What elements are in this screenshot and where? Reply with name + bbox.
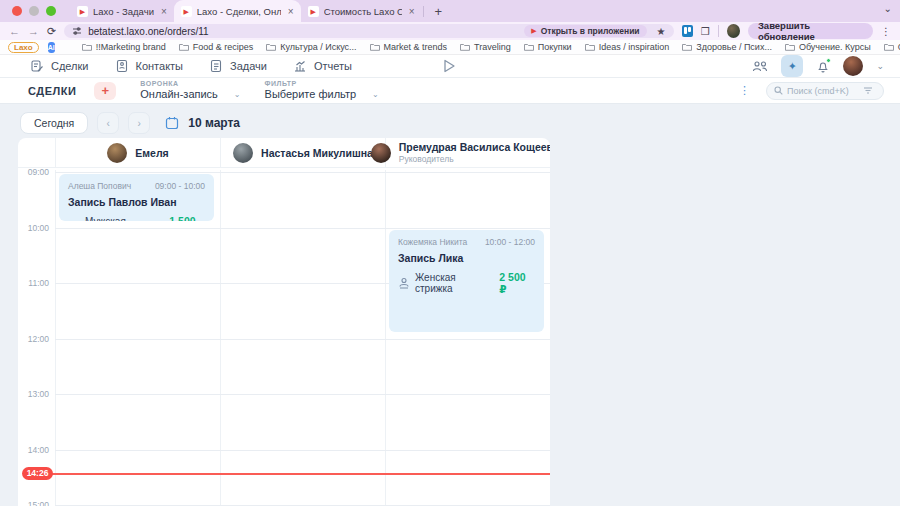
more-options-icon[interactable]: ⋮ — [739, 84, 750, 97]
event-service: Мужская стрижка — [85, 216, 164, 221]
tab-search-chevron-icon[interactable]: ⌄ — [884, 3, 892, 14]
bookmark-laxo[interactable]: Laxo — [8, 42, 39, 53]
event-service: Женская стрижка — [415, 272, 494, 294]
folder-icon — [884, 43, 894, 51]
bookmark-folder[interactable]: !!Marketing brand — [82, 42, 166, 52]
folder-icon — [179, 43, 189, 51]
current-date-label: 10 марта — [188, 116, 240, 130]
laxo-logo-icon: ▶ — [531, 27, 536, 35]
notifications-bell-icon[interactable] — [816, 59, 830, 73]
bookmark-folder[interactable]: Ideas / inspiration — [585, 42, 670, 52]
filter-funnel-icon[interactable] — [863, 86, 873, 95]
bookmark-folder[interactable]: Content - books /... — [884, 42, 900, 52]
app-navigation: Сделки Контакты Задачи Отчеты — [0, 55, 900, 78]
date-bar: Сегодня ‹ › 10 марта — [20, 111, 240, 135]
avatar — [371, 143, 391, 163]
laxo-favicon-icon: ▶ — [181, 6, 192, 17]
window-zoom-button[interactable] — [46, 6, 56, 16]
event-title: Запись Лика — [389, 247, 544, 264]
folder-icon — [266, 43, 276, 51]
staff-column-header[interactable]: Емеля — [55, 138, 220, 167]
tab-separator — [423, 6, 424, 17]
time-label: 11:00 — [18, 278, 49, 288]
extension-icon[interactable]: ❐ — [701, 26, 710, 37]
tab-close-icon[interactable]: × — [288, 6, 294, 17]
calendar-page: Сегодня ‹ › 10 марта Емеля Настасья Мику… — [0, 104, 900, 506]
bookmark-folder[interactable]: Обучение. Курсы — [785, 42, 871, 52]
current-time-line — [52, 473, 550, 475]
bookmark-folder[interactable]: Traveling — [460, 42, 511, 52]
ai-sparkle-button[interactable]: ✦ — [781, 55, 803, 77]
bookmark-folder[interactable]: Здоровье / Псих... — [682, 42, 772, 52]
bookmark-folder[interactable]: Культура / Искус... — [266, 42, 356, 52]
bookmark-star-icon[interactable]: ★ — [657, 26, 666, 37]
hour-line — [55, 394, 550, 395]
chevron-down-icon: ⌄ — [372, 90, 379, 99]
search-input-wrap[interactable] — [766, 82, 884, 100]
notification-dot — [826, 58, 831, 63]
folder-icon — [460, 43, 470, 51]
url-text: betatest.laxo.one/orders/11 — [88, 26, 208, 37]
nav-item-tasks[interactable]: Задачи — [209, 59, 267, 73]
contacts-icon — [115, 59, 129, 73]
calendar-icon[interactable] — [165, 116, 179, 130]
bookmark-ai[interactable]: AI — [48, 42, 55, 53]
add-deal-button[interactable]: + — [94, 82, 116, 100]
user-avatar[interactable] — [843, 56, 863, 76]
search-input[interactable] — [787, 86, 859, 96]
schedule-panel: Емеля Настасья Микулишна Премудрая Васил… — [18, 138, 550, 506]
reports-icon — [293, 59, 307, 73]
open-in-app-button[interactable]: ▶ Открыть в приложении — [524, 25, 646, 37]
browser-tab-2-active[interactable]: ▶ Laxo - Сделки, Онлайн-запись × — [174, 0, 301, 22]
address-bar[interactable]: betatest.laxo.one/orders/11 ▶ Открыть в … — [64, 24, 673, 38]
event-card[interactable]: Кожемяка Никита 10:00 - 12:00 Запись Лик… — [389, 230, 544, 332]
nav-item-contacts[interactable]: Контакты — [115, 59, 184, 73]
page-title: СДЕЛКИ — [28, 85, 76, 97]
tasks-icon — [209, 59, 223, 73]
hour-line — [55, 172, 550, 173]
nav-item-deals[interactable]: Сделки — [30, 59, 89, 73]
bookmark-folder[interactable]: Market & trends — [370, 42, 448, 52]
staff-header-row: Емеля Настасья Микулишна Премудрая Васил… — [18, 138, 550, 168]
nav-item-reports[interactable]: Отчеты — [293, 59, 352, 73]
finish-update-button[interactable]: Завершить обновление — [748, 23, 873, 39]
browser-profile-avatar[interactable] — [727, 24, 740, 38]
client-icon — [398, 277, 410, 289]
browser-menu-icon[interactable]: ⋮ — [881, 26, 891, 37]
event-card[interactable]: Алеша Попович 09:00 - 10:00 Запись Павло… — [59, 174, 214, 221]
laxo-app-logo-icon — [441, 58, 457, 78]
next-day-button[interactable]: › — [128, 112, 150, 134]
trello-extension-icon[interactable] — [682, 25, 693, 37]
event-client: Алеша Попович — [68, 181, 131, 191]
browser-tab-1[interactable]: ▶ Laxo - Задачи × — [70, 0, 174, 22]
bookmarks-bar: Laxo AI !!Marketing brand Food & recipes — [0, 40, 900, 55]
referral-people-icon[interactable] — [752, 60, 768, 73]
bookmark-folder[interactable]: Food & recipes — [179, 42, 254, 52]
filter-select[interactable]: ФИЛЬТР Выберите фильтр ⌄ — [265, 80, 379, 101]
browser-tab-3[interactable]: ▶ Стоимость Laxo CRM × — [301, 0, 422, 22]
folder-icon — [682, 43, 692, 51]
site-settings-icon[interactable] — [72, 26, 82, 36]
reload-icon[interactable]: ⟳ — [47, 26, 56, 37]
tab-close-icon[interactable]: × — [161, 6, 167, 17]
bookmark-folder[interactable]: Покупки — [524, 42, 572, 52]
tab-close-icon[interactable]: × — [409, 6, 415, 17]
today-button[interactable]: Сегодня — [20, 112, 88, 134]
browser-toolbar: ← → ⟳ betatest.laxo.one/orders/11 ▶ Откр… — [0, 22, 900, 40]
prev-day-button[interactable]: ‹ — [97, 112, 119, 134]
staff-column-header[interactable]: Настасья Микулишна — [220, 138, 385, 167]
profile-chevron-down-icon[interactable]: ⌄ — [876, 61, 884, 71]
window-close-button[interactable] — [12, 6, 22, 16]
chevron-down-icon: ⌄ — [234, 90, 241, 99]
funnel-select[interactable]: ВОРОНКА Онлайн-запись ⌄ — [140, 80, 240, 101]
new-tab-button[interactable]: + — [434, 4, 442, 19]
time-label: 12:00 — [18, 334, 49, 344]
search-icon — [774, 86, 783, 95]
tab-title: Стоимость Laxo CRM — [324, 6, 402, 17]
forward-icon[interactable]: → — [28, 26, 39, 37]
back-icon[interactable]: ← — [9, 26, 20, 37]
laxo-favicon-icon: ▶ — [77, 6, 88, 17]
window-minimize-button[interactable] — [29, 6, 39, 16]
staff-column-header[interactable]: Премудрая Василиса Кощеевна Руководитель — [385, 138, 550, 167]
time-label: 09:00 — [18, 167, 49, 177]
